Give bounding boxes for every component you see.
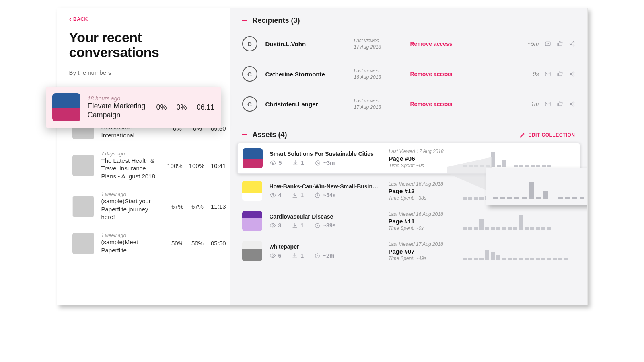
chart-bar bbox=[543, 191, 548, 199]
conversation-row[interactable]: 1 week ago (sample)Meet Paperflite 50% 5… bbox=[69, 227, 230, 260]
chart-bar bbox=[463, 258, 467, 260]
thumbs-up-icon[interactable] bbox=[557, 41, 563, 47]
conversation-list: 3 days ago HealthCare International 0% 0… bbox=[69, 112, 230, 260]
chart-bar bbox=[463, 227, 467, 230]
clock-icon bbox=[314, 222, 321, 229]
collapse-icon[interactable] bbox=[242, 20, 247, 21]
chart-bar bbox=[531, 165, 535, 167]
subheading: By the numbers bbox=[69, 69, 230, 76]
recipient-name: Christoferr.Langer bbox=[265, 101, 346, 108]
chart-bar bbox=[587, 197, 587, 199]
asset-title: whitepaper bbox=[270, 243, 379, 250]
assets-header-row: Assets (4) EDIT COLLECTION bbox=[242, 131, 575, 139]
eye-icon bbox=[270, 252, 276, 259]
views-count: 4 bbox=[278, 192, 282, 198]
recipient-duration: ~9s bbox=[530, 71, 539, 77]
magnified-chart bbox=[486, 168, 587, 205]
chart-bar bbox=[491, 252, 495, 260]
collapse-icon[interactable] bbox=[242, 134, 247, 135]
conversation-metrics: 50% 50% 05:50 bbox=[171, 240, 226, 247]
time-spent: ~2m bbox=[323, 252, 334, 259]
conversation-info: 1 week ago (sample)Start your Paperflite… bbox=[101, 192, 163, 221]
mail-icon[interactable] bbox=[545, 71, 551, 77]
chart-bar bbox=[536, 227, 540, 230]
chart-bar bbox=[479, 197, 484, 200]
recipient-row: C Christoferr.Langer Last viewed17 Aug 2… bbox=[242, 89, 575, 119]
recipient-row: D Dustin.L.Vohn Last viewed17 Aug 2018 R… bbox=[242, 29, 575, 59]
download-icon bbox=[292, 222, 298, 229]
asset-meta: Last Viewed 16 Aug 2018 Page #11 Time Sp… bbox=[389, 211, 453, 231]
asset-time-spent: Time Spent: ~49s bbox=[389, 256, 453, 261]
asset-left: How-Banks-Can-Win-New-Small-Busines... 4… bbox=[242, 181, 379, 201]
conversation-metrics: 67% 67% 11:13 bbox=[171, 203, 226, 210]
chart-bar bbox=[580, 197, 584, 199]
asset-thumbnail bbox=[242, 211, 262, 231]
asset-title: Smart Solutions For Sustainable Cities bbox=[270, 151, 379, 157]
recipient-name: Dustin.L.Vohn bbox=[265, 41, 346, 47]
left-panel: BACK Your recent conversations By the nu… bbox=[57, 8, 230, 305]
chart-bar bbox=[496, 255, 500, 260]
mail-icon[interactable] bbox=[545, 41, 551, 47]
conversation-row[interactable]: 1 week ago (sample)Start your Paperflite… bbox=[69, 186, 230, 227]
conversation-row[interactable]: 7 days ago The Latest Health & Travel In… bbox=[69, 145, 230, 186]
avatar: C bbox=[242, 96, 257, 112]
downloads-count: 1 bbox=[301, 160, 304, 166]
thumbs-up-icon[interactable] bbox=[557, 101, 563, 107]
chart-bar bbox=[507, 197, 512, 199]
share-icon[interactable] bbox=[569, 41, 575, 47]
asset-time-spent: Time Spent: ~38s bbox=[389, 195, 453, 201]
conversation-row-highlighted[interactable]: 18 hours ago Elevate Marketing Campaign … bbox=[46, 87, 221, 128]
chart-bar bbox=[536, 258, 540, 260]
downloads-count: 1 bbox=[300, 192, 304, 198]
chart-bar bbox=[514, 197, 519, 199]
recipients-title: Recipients (3) bbox=[253, 16, 300, 25]
chart-bar bbox=[565, 197, 570, 199]
chart-bar bbox=[474, 197, 478, 200]
conversation-ago: 1 week ago bbox=[101, 192, 163, 197]
recipient-row: C Catherine.Stormonte Last viewed16 Aug … bbox=[242, 59, 575, 89]
remove-access-button[interactable]: Remove access bbox=[410, 41, 520, 47]
chart-bar bbox=[500, 197, 505, 199]
edit-collection-button[interactable]: EDIT COLLECTION bbox=[519, 132, 575, 138]
asset-time-spent: Time Spent: ~0s bbox=[389, 163, 453, 168]
chart-bar bbox=[485, 227, 489, 230]
svg-rect-4 bbox=[545, 72, 550, 76]
conversation-ago: 7 days ago bbox=[101, 151, 160, 157]
chart-bar bbox=[474, 227, 478, 230]
download-icon bbox=[292, 252, 298, 259]
chart-bar bbox=[480, 165, 484, 167]
metric-pct2: 50% bbox=[191, 240, 204, 247]
share-icon[interactable] bbox=[569, 101, 575, 107]
asset-row[interactable]: Cardiovascular-Disease 3 1 ~39s Last Vie… bbox=[242, 206, 575, 236]
svg-rect-0 bbox=[545, 42, 550, 45]
chart-bar bbox=[496, 227, 500, 230]
metric-pct2: 67% bbox=[191, 203, 204, 210]
chart-bar bbox=[468, 227, 472, 230]
mail-icon[interactable] bbox=[545, 101, 551, 107]
chart-bar bbox=[485, 250, 489, 260]
chart-bar bbox=[468, 258, 472, 260]
right-panel: Recipients (3) D Dustin.L.Vohn Last view… bbox=[230, 8, 587, 305]
app-frame: BACK Your recent conversations By the nu… bbox=[57, 8, 588, 305]
asset-row[interactable]: whitepaper 6 1 ~2m Last Viewed 17 Aug 20… bbox=[242, 236, 575, 266]
views-count: 6 bbox=[278, 252, 282, 259]
recipient-actions: ~1m bbox=[528, 101, 575, 107]
asset-page: Page #12 bbox=[389, 188, 453, 194]
eye-icon bbox=[270, 222, 276, 229]
conversation-thumbnail bbox=[72, 233, 94, 254]
share-icon[interactable] bbox=[569, 71, 575, 77]
chart-bar bbox=[497, 165, 501, 167]
conversation-title: (sample)Meet Paperflite bbox=[101, 238, 163, 254]
asset-thumbnail bbox=[243, 148, 263, 168]
recipient-actions: ~5m bbox=[528, 41, 575, 47]
chart-bar bbox=[530, 258, 534, 260]
recipient-last-viewed: Last viewed17 Aug 2018 bbox=[354, 37, 402, 50]
asset-last-viewed: Last Viewed 17 Aug 2018 bbox=[389, 149, 453, 154]
remove-access-button[interactable]: Remove access bbox=[410, 71, 522, 77]
svg-point-16 bbox=[272, 225, 274, 226]
remove-access-button[interactable]: Remove access bbox=[410, 101, 520, 107]
chart-bar bbox=[541, 258, 545, 260]
thumbs-up-icon[interactable] bbox=[557, 71, 563, 77]
back-button[interactable]: BACK bbox=[69, 16, 230, 22]
metric-pct1: 50% bbox=[171, 240, 184, 247]
